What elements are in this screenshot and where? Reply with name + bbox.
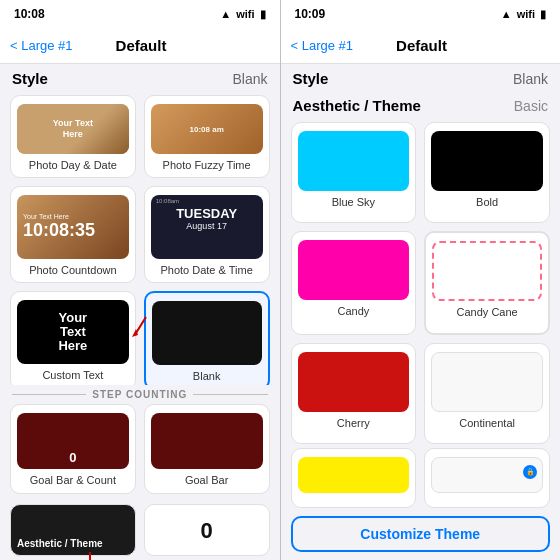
candy-cane-label: Candy Cane [457,306,518,318]
candy-color [298,240,410,300]
custom-text-label: Custom Text [42,369,103,381]
status-bar-right: 10:09 ▲ wifi ▮ [281,0,561,28]
bottom-partial-row-left: Aesthetic / Theme 0 [0,504,280,560]
goal-bar-count-label: Goal Bar & Count [30,474,116,486]
aesthetic-theme-label: Aesthetic / Theme [293,97,421,114]
cherry-color [298,352,410,412]
datetime-date: August 17 [186,221,227,231]
count-zero: 0 [201,518,213,544]
left-panel: 10:08 ▲ wifi ▮ < Large #1 Default Style … [0,0,280,560]
theme-candy[interactable]: Candy [291,231,417,334]
aesthetic-theme-item[interactable]: Aesthetic / Theme [10,504,136,556]
datetime-weekday: TUESDAY [176,206,237,221]
blue-sky-label: Blue Sky [332,196,375,208]
countdown-time: 10:08:35 [23,220,95,241]
style-section-header-left: Style Blank [0,64,280,91]
countdown-your-text: Your Text Here [23,213,69,220]
status-bar-left: 10:08 ▲ wifi ▮ [0,0,280,28]
grid-item-photo-day-date[interactable]: Your TextHere Photo Day & Date [10,95,136,178]
svg-line-0 [136,317,146,333]
photo-datetime-label: Photo Date & Time [160,264,252,276]
grid-item-custom-text[interactable]: YourTextHere Custom Text [10,291,136,385]
aesthetic-theme-header: Aesthetic / Theme Basic [281,91,561,118]
step-items-row: 0 Goal Bar & Count Goal Bar [0,404,280,498]
theme-cherry[interactable]: Cherry [291,343,417,444]
bold-label: Bold [476,196,498,208]
nav-bar-left: < Large #1 Default [0,28,280,64]
goal-bar-label: Goal Bar [185,474,228,486]
custom-text-preview: YourTextHere [58,311,87,354]
fuzzy-preview-text: 10:08 am [190,125,224,134]
theme-candy-cane[interactable]: Candy Cane [424,231,550,334]
theme-bold[interactable]: Bold [424,122,550,223]
theme-continental[interactable]: Continental [424,343,550,444]
step-counting-divider: STEP COUNTING [0,385,280,404]
grid-item-photo-datetime[interactable]: 10:08am TUESDAY August 17 Photo Date & T… [144,186,270,283]
continental-box [431,352,543,412]
blank-label: Blank [193,370,221,382]
grid-item-blank[interactable]: Blank [144,291,270,385]
grid-item-goal-bar-count[interactable]: 0 Goal Bar & Count [10,404,136,494]
battery-icon-right: ▮ [540,8,546,21]
candy-label: Candy [337,305,369,317]
bold-color [431,131,543,191]
photo-day-date-label: Photo Day & Date [29,159,117,171]
right-panel: 10:09 ▲ wifi ▮ < Large #1 Default Style … [281,0,561,560]
nav-title-left: Default [73,37,210,54]
aesthetic-theme-partial-label: Aesthetic / Theme [17,538,103,549]
status-icons-left: ▲ wifi ▮ [220,8,265,21]
continental-label: Continental [459,417,515,429]
grid-item-goal-bar[interactable]: Goal Bar [144,404,270,494]
time-right: 10:09 [295,7,326,21]
red-arrow-down [80,550,100,556]
style-label-left: Style [12,70,48,87]
basic-value: Basic [514,98,548,114]
style-grid-left: Your TextHere Photo Day & Date 10:08 am … [0,91,280,385]
photo-day-date-preview: Your TextHere [53,118,93,140]
grid-item-photo-countdown[interactable]: Your Text Here 10:08:35 Photo Countdown [10,186,136,283]
datetime-small-time: 10:08am [156,198,179,204]
blank-value-right: Blank [513,71,548,87]
lock-icon: 🔒 [523,465,537,479]
red-arrow-blank [128,313,150,343]
battery-icon: ▮ [260,8,266,21]
signal-icon: ▲ [220,8,231,20]
blue-sky-color [298,131,410,191]
theme-grid: Blue Sky Bold Candy Candy Cane Cherry Co… [281,118,561,448]
back-button-right[interactable]: < Large #1 [291,38,354,53]
time-left: 10:08 [14,7,45,21]
style-label-right: Style [293,70,329,87]
candy-cane-box [432,241,542,301]
wifi-icon: wifi [236,8,254,20]
goal-bar-count-preview: 0 [69,450,76,465]
back-button-left[interactable]: < Large #1 [10,38,73,53]
photo-fuzzy-label: Photo Fuzzy Time [163,159,251,171]
basic-count-item[interactable]: 0 [144,504,270,556]
yellow-color-box [298,457,410,493]
nav-title-right: Default [353,37,490,54]
status-icons-right: ▲ wifi ▮ [501,8,546,21]
nav-bar-right: < Large #1 Default [281,28,561,64]
bottom-bar-right: Customize Theme [281,508,561,560]
bottom-theme-row: 🔒 [281,448,561,508]
customize-theme-button[interactable]: Customize Theme [291,516,551,552]
signal-icon-right: ▲ [501,8,512,20]
style-section-header-right: Style Blank [281,64,561,91]
theme-white[interactable]: 🔒 [424,448,550,508]
theme-yellow[interactable] [291,448,417,508]
photo-countdown-label: Photo Countdown [29,264,116,276]
wifi-icon-right: wifi [517,8,535,20]
blank-value-left: Blank [232,71,267,87]
cherry-label: Cherry [337,417,370,429]
theme-blue-sky[interactable]: Blue Sky [291,122,417,223]
grid-item-photo-fuzzy[interactable]: 10:08 am Photo Fuzzy Time [144,95,270,178]
